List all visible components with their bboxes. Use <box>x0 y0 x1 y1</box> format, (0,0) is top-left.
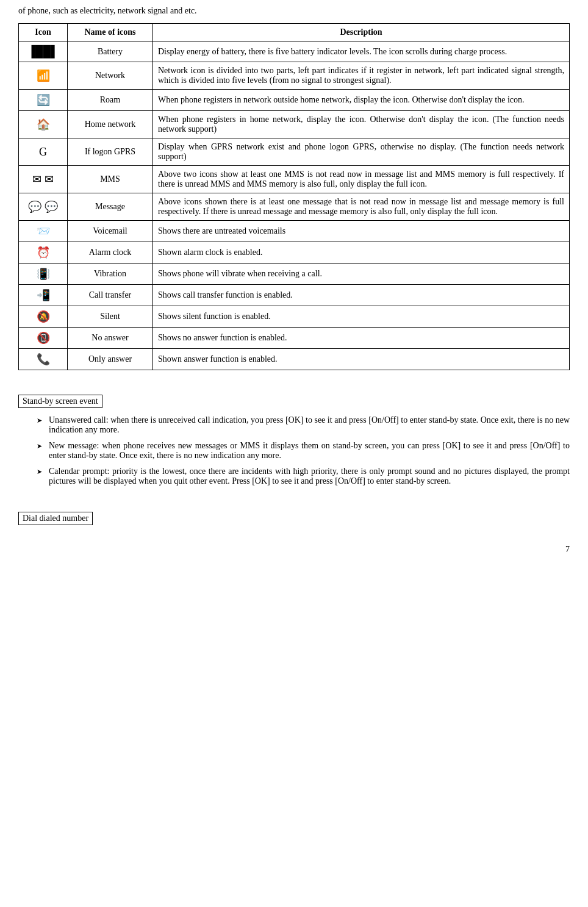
table-row: 📶NetworkNetwork icon is divided into two… <box>19 62 570 90</box>
standby-bullet-item: Unanswered call: when there is unreceive… <box>37 415 570 435</box>
desc-cell: Above icons shown there is at least one … <box>153 193 570 221</box>
intro-text: of phone, such as electricity, network s… <box>18 6 570 16</box>
name-cell: Only answer <box>68 349 153 370</box>
icon-cell: 💬 💬 <box>19 193 68 221</box>
desc-cell: Shows phone will vibrate when receiving … <box>153 263 570 285</box>
icon-cell: 🔄 <box>19 90 68 111</box>
desc-cell: Shows there are untreated voicemails <box>153 221 570 242</box>
icons-table: Icon Name of icons Description ▐██▌Batte… <box>18 23 570 370</box>
icon-cell: 🏠 <box>19 111 68 138</box>
icon-cell: 📲 <box>19 285 68 306</box>
table-row: 📵No answerShows no answer function is en… <box>19 328 570 349</box>
name-cell: Vibration <box>68 263 153 285</box>
icon-cell: 📨 <box>19 221 68 242</box>
table-row: 🏠Home networkWhen phone registers in hom… <box>19 111 570 138</box>
name-cell: Battery <box>68 41 153 62</box>
icon-cell: 📞 <box>19 349 68 370</box>
icon-cell: G <box>19 138 68 166</box>
page-number: 7 <box>18 545 570 554</box>
col-header-icon: Icon <box>19 24 68 41</box>
dial-heading: Dial dialed number <box>18 512 93 525</box>
name-cell: Home network <box>68 111 153 138</box>
icon-cell: 📶 <box>19 62 68 90</box>
icon-cell: 📳 <box>19 263 68 285</box>
table-row: 🔄RoamWhen phone registers in network out… <box>19 90 570 111</box>
standby-heading: Stand-by screen event <box>18 395 102 408</box>
icon-cell: ▐██▌ <box>19 41 68 62</box>
name-cell: Alarm clock <box>68 242 153 263</box>
desc-cell: Shows no answer function is enabled. <box>153 328 570 349</box>
name-cell: Roam <box>68 90 153 111</box>
table-row: GIf logon GPRSDisplay when GPRS network … <box>19 138 570 166</box>
icon-cell: ✉ ✉ <box>19 166 68 193</box>
desc-cell: Shows call transfer function is enabled. <box>153 285 570 306</box>
col-header-name: Name of icons <box>68 24 153 41</box>
desc-cell: When phone registers in home network, di… <box>153 111 570 138</box>
name-cell: Message <box>68 193 153 221</box>
desc-cell: When phone registers in network outside … <box>153 90 570 111</box>
name-cell: Voicemail <box>68 221 153 242</box>
name-cell: If logon GPRS <box>68 138 153 166</box>
standby-bullet-item: New message: when phone receives new mes… <box>37 441 570 461</box>
icon-cell: ⏰ <box>19 242 68 263</box>
standby-bullets: Unanswered call: when there is unreceive… <box>37 415 570 486</box>
table-row: 🔕SilentShows silent function is enabled. <box>19 306 570 328</box>
desc-cell: Above two icons show at least one MMS is… <box>153 166 570 193</box>
col-header-desc: Description <box>153 24 570 41</box>
name-cell: No answer <box>68 328 153 349</box>
desc-cell: Shown alarm clock is enabled. <box>153 242 570 263</box>
name-cell: Network <box>68 62 153 90</box>
table-row: 📨VoicemailShows there are untreated voic… <box>19 221 570 242</box>
name-cell: Call transfer <box>68 285 153 306</box>
name-cell: MMS <box>68 166 153 193</box>
standby-bullet-item: Calendar prompt: priority is the lowest,… <box>37 467 570 486</box>
table-row: 💬 💬MessageAbove icons shown there is at … <box>19 193 570 221</box>
table-row: ⏰Alarm clockShown alarm clock is enabled… <box>19 242 570 263</box>
desc-cell: Display energy of battery, there is five… <box>153 41 570 62</box>
table-row: 📲Call transferShows call transfer functi… <box>19 285 570 306</box>
table-row: 📞Only answerShown answer function is ena… <box>19 349 570 370</box>
desc-cell: Network icon is divided into two parts, … <box>153 62 570 90</box>
table-row: ▐██▌BatteryDisplay energy of battery, th… <box>19 41 570 62</box>
desc-cell: Display when GPRS network exist and phon… <box>153 138 570 166</box>
table-row: ✉ ✉MMSAbove two icons show at least one … <box>19 166 570 193</box>
name-cell: Silent <box>68 306 153 328</box>
icon-cell: 🔕 <box>19 306 68 328</box>
desc-cell: Shows silent function is enabled. <box>153 306 570 328</box>
icon-cell: 📵 <box>19 328 68 349</box>
desc-cell: Shown answer function is enabled. <box>153 349 570 370</box>
table-row: 📳VibrationShows phone will vibrate when … <box>19 263 570 285</box>
